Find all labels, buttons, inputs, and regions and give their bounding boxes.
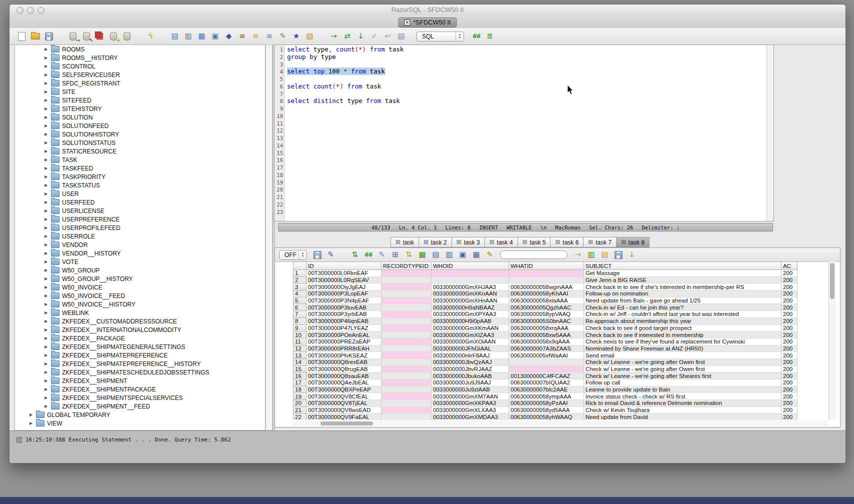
connect-db-icon[interactable]: → (68, 31, 78, 42)
new-db-icon[interactable]: + (108, 31, 118, 42)
tree-item[interactable]: ▶TASKPRIORITY (15, 172, 265, 181)
cell-subject[interactable]: Check nexis to see if they've found a re… (584, 338, 782, 345)
table-row[interactable]: 300T3000000OiyJgEAJ 0033000000GmXHJAA300… (294, 284, 798, 290)
cell-recordtypeid[interactable] (382, 380, 432, 386)
ddl-list-icon[interactable]: ≡ (237, 31, 248, 42)
disclosure-triangle-icon[interactable]: ▶ (44, 149, 48, 154)
cell-id[interactable]: 00T3000000Q8rugEAB (306, 366, 382, 372)
cell-subject[interactable]: Check w/ Leanne - we're going after Owen… (584, 358, 782, 366)
table-row[interactable]: 600T3000000P3tuvEAB 0033000000H9aNBAAZ00… (294, 304, 798, 311)
cell-ac[interactable]: 200 (782, 270, 798, 277)
tree-item[interactable]: ▶VENDOR (15, 240, 265, 249)
sql-code-area[interactable]: select type, count(*) from taskgroup by … (284, 45, 766, 221)
cell-subject[interactable]: Need update from Bain - gave go ahead 1/… (584, 297, 782, 304)
column-header-whatid[interactable]: WHATID (509, 262, 584, 270)
open-file-icon[interactable] (30, 31, 40, 42)
result-tab-task[interactable]: ☒task (390, 237, 418, 248)
cell-subject[interactable]: Get Massage (584, 270, 782, 277)
cell-recordtypeid[interactable] (382, 400, 432, 407)
disclosure-triangle-icon[interactable]: ▶ (44, 124, 48, 128)
table-editor-icon[interactable]: ▧ (304, 31, 315, 42)
disclosure-triangle-icon[interactable]: ▶ (44, 208, 48, 213)
disclosure-triangle-icon[interactable]: ▶ (44, 260, 48, 264)
download-icon[interactable]: ↓ (626, 250, 637, 260)
tree-item[interactable]: ▶USERPREFERENCE (15, 215, 265, 224)
cell-id[interactable]: 00T3000000QV8wsEAD (306, 406, 382, 414)
results-vscroll-thumb[interactable] (830, 263, 834, 299)
tree-item[interactable]: ▶ZKFEDEX__SHIPMATEGENERALSETTINGS (15, 342, 265, 351)
results-search-input[interactable] (500, 250, 568, 259)
cell-ac[interactable]: 200 (782, 338, 798, 345)
format-sql-icon[interactable]: ≡ (264, 31, 274, 42)
cell-subject[interactable]: Check-in w/ Ed - can he join this year? (584, 304, 782, 311)
result-tab-task-2[interactable]: ☒task 2 (418, 237, 452, 248)
cell-whatid[interactable]: 00630000005xfWaAAI (509, 352, 584, 359)
cell-whoid[interactable]: 0033000000GmXKPAA3 (432, 400, 509, 407)
cell-ac[interactable]: 200 (782, 324, 798, 332)
disclosure-triangle-icon[interactable]: ▶ (44, 192, 48, 196)
cell-recordtypeid[interactable] (382, 345, 432, 352)
tree-item[interactable]: ▶USER (15, 190, 265, 198)
disclosure-triangle-icon[interactable]: ▶ (44, 132, 48, 136)
export-data-icon[interactable]: ▥ (183, 31, 194, 42)
tree-item[interactable]: ▶W50_GROUP__HISTORY (15, 274, 265, 283)
cell-recordtypeid[interactable] (382, 366, 432, 372)
execute-fetch-icon[interactable]: ↓ (356, 31, 366, 42)
tree-item[interactable]: ▶ZKFEDEX__SHIPMENT (15, 376, 265, 385)
reload-table-icon[interactable]: ▦ (417, 250, 428, 260)
cell-recordtypeid[interactable] (382, 318, 432, 324)
close-tab-icon[interactable]: ☒ (522, 239, 528, 246)
disclosure-triangle-icon[interactable]: ▶ (44, 72, 48, 77)
cell-ac[interactable]: 200 (782, 400, 798, 407)
tree-item[interactable]: ▶SELFSERVICEUSER (15, 70, 265, 79)
cell-ac[interactable]: 200 (782, 304, 798, 311)
cell-recordtypeid[interactable] (382, 311, 432, 318)
sql-editor[interactable]: 1234567891011121314151617181920212223 se… (274, 44, 774, 222)
form-view-icon[interactable]: ▥ (444, 250, 454, 260)
cell-whoid[interactable]: 0033000000GmXIZAA3 (432, 332, 509, 338)
cell-subject[interactable]: Check w/ Leanne - we're going after Owen… (584, 366, 782, 372)
column-header-id[interactable]: ID (306, 262, 382, 270)
tree-item[interactable]: ▶ZKFEDEX__SHIPMATESCHEDULEDJOBSSETTINGS (15, 368, 265, 376)
cell-recordtypeid[interactable] (382, 284, 432, 290)
cell-whoid[interactable] (432, 270, 509, 277)
tree-item[interactable]: ▶USERROLE (15, 232, 265, 240)
disclosure-triangle-icon[interactable]: ▶ (44, 396, 48, 400)
tree-item[interactable]: ▶USERFEED (15, 198, 265, 206)
insert-row-icon[interactable]: ⊞ (390, 250, 400, 260)
table-row[interactable]: 2000T3000000QV8TjEAL 0033000000GmXKPAA30… (294, 400, 798, 407)
close-tab-icon[interactable]: ☒ (621, 239, 626, 246)
row-count-icon[interactable]: ≣ (484, 31, 495, 42)
table-row[interactable]: 1300T3000000PfvKSEAZ 0033000000HirF8AAJ0… (294, 352, 798, 359)
cell-whatid[interactable]: 006300000058wgmAAA (509, 284, 584, 290)
tree-item[interactable]: ▶VIEW (15, 419, 265, 428)
tree-item[interactable]: ▶SOLUTIONFEED (15, 122, 265, 130)
stepper-icon[interactable]: ▲▼ (456, 32, 464, 41)
disclosure-triangle-icon[interactable]: ▶ (28, 421, 34, 426)
tree-item[interactable]: ▶ZKFEDEX__SHIPMENTSPECIALSERVICES (15, 394, 265, 402)
copy-table-icon[interactable] (94, 31, 105, 42)
cell-id[interactable]: 00T3000000QBXPeEAP (306, 386, 382, 393)
tree-item[interactable]: ▶ZKFEDEX__SHIPMENT__FEED (15, 402, 265, 410)
result-tab-task-5[interactable]: ☒task 5 (518, 237, 550, 248)
tree-item[interactable]: ▶VENDOR__HISTORY (15, 249, 265, 258)
report-icon[interactable]: ▤ (600, 250, 610, 260)
disclosure-triangle-icon[interactable]: ▶ (28, 412, 34, 417)
cell-whoid[interactable]: 0033000000GmXPYAA3 (432, 311, 509, 318)
copy-special-icon[interactable]: ▦ (471, 250, 482, 260)
tree-item[interactable]: ▶SOLUTION (15, 113, 265, 122)
close-tab-icon[interactable]: ✕ (404, 20, 410, 26)
tree-item[interactable]: ▶W50_GROUP (15, 266, 265, 274)
cell-id[interactable]: 00T3000000QV8TjEAL (306, 400, 382, 407)
tree-item[interactable]: ▶ZKFEDEX__INTERNATIONALCOMMODITY (15, 326, 265, 334)
table-row[interactable]: 2100T3000000QV8wsEAD 0033000000GmXLXAA30… (294, 406, 798, 414)
cell-ac[interactable]: 200 (782, 290, 798, 298)
cell-ac[interactable]: 200 (782, 345, 798, 352)
cell-whatid[interactable]: 006300000058yhWAAQ (509, 414, 584, 420)
tree-item[interactable]: ▶SITE (15, 88, 265, 96)
cell-recordtypeid[interactable] (382, 290, 432, 298)
cell-subject[interactable]: Rick to email David & reference Delmonte… (584, 400, 782, 407)
cell-whatid[interactable]: 0013000000C4fFCAAZ (509, 372, 584, 380)
disclosure-triangle-icon[interactable]: ▶ (44, 387, 48, 392)
cell-subject[interactable]: Check back to see if interested in membe… (584, 332, 782, 338)
